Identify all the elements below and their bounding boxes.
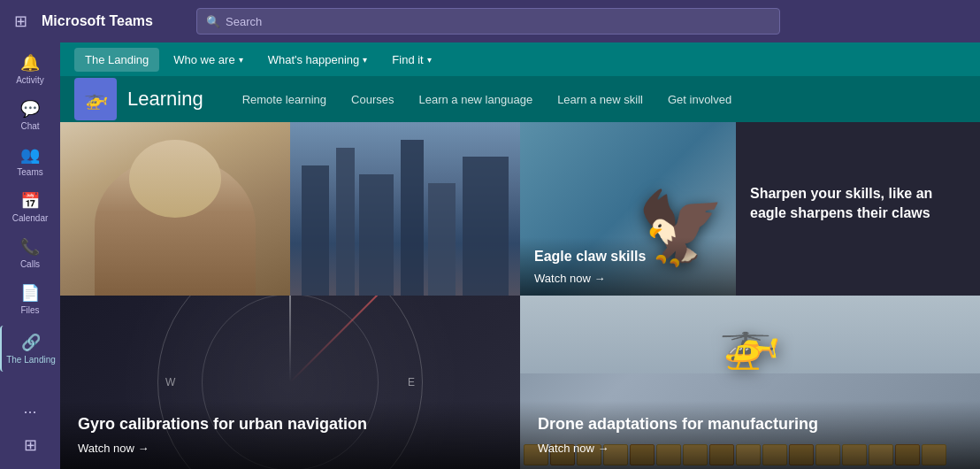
grid-icon[interactable]: ⊞ [11,8,31,35]
calls-icon: 📞 [20,237,40,257]
learning-nav: Remote learning Courses Learn a new lang… [232,88,743,111]
card-top-left[interactable] [60,122,520,296]
chevron-who-we-are-icon: ▾ [239,55,243,65]
sidebar-label-activity: Activity [16,75,44,85]
learn-new-skill-label: Learn a new skill [557,93,643,106]
sidebar-item-activity[interactable]: 🔔 Activity [0,46,60,92]
files-icon: 📄 [20,283,40,303]
nav-label-who-we-are: Who we are [173,53,234,66]
main-layout: 🔔 Activity 💬 Chat 👥 Teams 📅 Calendar 📞 C… [0,42,980,469]
search-icon: 🔍 [206,15,220,28]
app-title: Microsoft Teams [42,13,153,29]
nav-label-whats-happening: What's happening [268,53,360,66]
learning-nav-learn-new-skill[interactable]: Learn a new skill [547,88,654,111]
apps-grid-icon: ⊞ [24,436,37,454]
top-bar: ⊞ Microsoft Teams 🔍 Search [0,0,980,42]
nav-item-whats-happening[interactable]: What's happening ▾ [257,48,379,72]
activity-icon: 🔔 [20,53,40,73]
learning-logo: 🚁 [74,78,117,120]
learning-nav-courses[interactable]: Courses [341,88,404,111]
eagle-text-panel: Sharpen your skills, like an eagle sharp… [736,122,980,296]
sidebar-label-chat: Chat [20,121,39,131]
sidebar-item-teams[interactable]: 👥 Teams [0,138,60,184]
learning-nav-remote-learning[interactable]: Remote learning [232,88,337,111]
sidebar-item-the-landing[interactable]: 🔗 The Landing [0,326,60,372]
chevron-find-it-icon: ▾ [427,55,432,65]
nav-item-who-we-are[interactable]: Who we are ▾ [163,48,253,72]
eagle-tagline: Sharpen your skills, like an eagle sharp… [750,184,966,224]
card-bottom-right[interactable]: 🚁 Drone adaptations for manufacturing Wa… [520,296,980,469]
sidebar-label-calls: Calls [20,259,40,269]
sidebar-item-calendar[interactable]: 📅 Calendar [0,184,60,230]
nav-item-find-it[interactable]: Find it ▾ [381,48,441,72]
eagle-card-title: Eagle claw skills [534,248,722,265]
nav-label-the-landing: The Landing [85,53,149,66]
top-navigation: The Landing Who we are ▾ What's happenin… [60,42,980,76]
learning-nav-learn-new-language[interactable]: Learn a new language [408,88,543,111]
search-placeholder: Search [226,15,262,28]
card-top-right[interactable]: 🦅 Eagle claw skills Watch now → Sharpen … [520,122,980,296]
card-bottom-left[interactable]: N S E W 340 NW Gyr [60,296,520,469]
sidebar-more-button[interactable]: ··· [0,396,60,428]
chevron-whats-happening-icon: ▾ [363,55,367,65]
learning-title: Learning [127,88,203,111]
sidebar-label-files: Files [20,305,39,315]
calendar-icon: 📅 [20,191,40,211]
card-top-left-bg [60,122,520,296]
gyro-card-title: Gyro calibrations for urban navigation [78,415,502,434]
landing-icon: 🔗 [21,333,41,352]
sidebar-item-calls[interactable]: 📞 Calls [0,230,60,276]
sidebar-label-teams: Teams [17,167,42,177]
learn-new-language-label: Learn a new language [418,93,532,106]
eagle-container: 🦅 Eagle claw skills Watch now → Sharpen … [520,122,980,296]
sidebar-item-files[interactable]: 📄 Files [0,276,60,322]
chat-icon: 💬 [20,99,40,119]
sidebar-apps-button[interactable]: ⊞ [0,435,60,462]
card-grid: 🦅 Eagle claw skills Watch now → Sharpen … [60,122,980,469]
content-area: The Landing Who we are ▾ What's happenin… [60,42,980,469]
eagle-image-panel: 🦅 Eagle claw skills Watch now → [520,122,736,296]
sidebar-item-chat[interactable]: 💬 Chat [0,92,60,138]
teams-icon: 👥 [20,145,40,165]
drone-watch-now[interactable]: Watch now → [538,442,962,455]
more-dots-icon: ··· [23,403,36,420]
gyro-card-overlay: Gyro calibrations for urban navigation W… [60,401,520,469]
nav-item-the-landing[interactable]: The Landing [74,48,159,72]
drone-card-overlay: Drone adaptations for manufacturing Watc… [520,401,980,469]
drone-card-title: Drone adaptations for manufacturing [538,415,962,434]
sidebar-label-the-landing: The Landing [6,355,56,365]
get-involved-label: Get involved [668,93,731,106]
eagle-watch-now[interactable]: Watch now → [534,272,722,285]
gyro-watch-now[interactable]: Watch now → [78,442,502,455]
learning-nav-get-involved[interactable]: Get involved [657,88,742,111]
nav-label-find-it: Find it [392,53,423,66]
courses-label: Courses [351,93,394,106]
learning-logo-icon: 🚁 [84,88,108,111]
remote-learning-label: Remote learning [242,93,326,106]
sidebar-label-calendar: Calendar [12,213,49,223]
search-bar[interactable]: 🔍 Search [196,8,780,35]
sidebar: 🔔 Activity 💬 Chat 👥 Teams 📅 Calendar 📞 C… [0,42,60,469]
learning-bar: 🚁 Learning Remote learning Courses Learn… [60,76,980,122]
